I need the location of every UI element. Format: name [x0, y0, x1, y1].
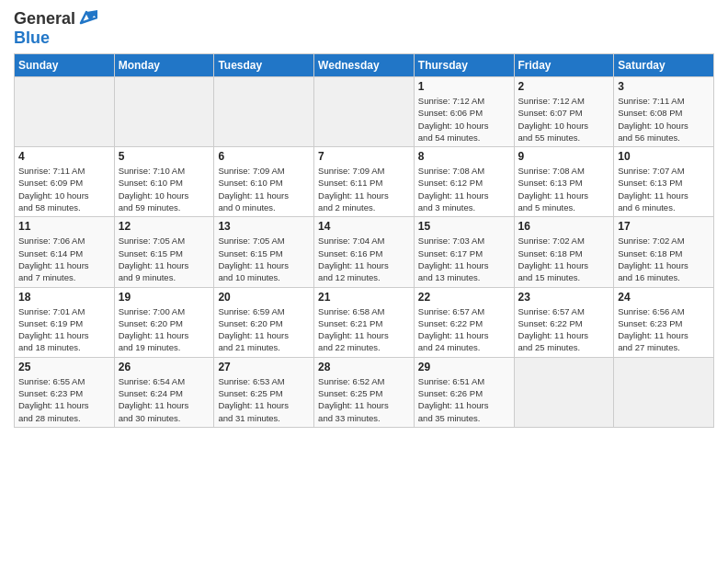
day-info: Sunrise: 7:08 AM Sunset: 6:12 PM Dayligh… — [418, 165, 510, 213]
day-info: Sunrise: 6:51 AM Sunset: 6:26 PM Dayligh… — [418, 375, 510, 424]
day-info: Sunrise: 6:57 AM Sunset: 6:22 PM Dayligh… — [418, 305, 510, 354]
calendar-cell: 6Sunrise: 7:09 AM Sunset: 6:10 PM Daylig… — [214, 147, 314, 217]
day-info: Sunrise: 6:52 AM Sunset: 6:25 PM Dayligh… — [318, 375, 410, 424]
day-number: 23 — [518, 291, 610, 304]
day-info: Sunrise: 7:05 AM Sunset: 6:15 PM Dayligh… — [218, 235, 310, 283]
day-header-saturday: Saturday — [614, 54, 714, 77]
day-number: 17 — [618, 220, 710, 233]
calendar-cell — [15, 77, 115, 147]
calendar-cell: 24Sunrise: 6:56 AM Sunset: 6:23 PM Dayli… — [614, 287, 714, 357]
day-number: 4 — [18, 150, 110, 163]
day-number: 28 — [318, 361, 410, 373]
calendar-cell: 13Sunrise: 7:05 AM Sunset: 6:15 PM Dayli… — [214, 217, 314, 287]
calendar-cell — [514, 357, 614, 427]
calendar-week-row: 4Sunrise: 7:11 AM Sunset: 6:09 PM Daylig… — [15, 147, 714, 217]
day-number: 12 — [119, 220, 210, 233]
day-number: 22 — [418, 291, 510, 304]
day-header-sunday: Sunday — [15, 54, 115, 77]
day-number: 2 — [518, 80, 610, 93]
day-info: Sunrise: 6:54 AM Sunset: 6:24 PM Dayligh… — [119, 375, 210, 424]
day-number: 26 — [119, 361, 210, 373]
calendar-cell: 26Sunrise: 6:54 AM Sunset: 6:24 PM Dayli… — [114, 357, 214, 427]
day-info: Sunrise: 7:00 AM Sunset: 6:20 PM Dayligh… — [119, 305, 210, 354]
day-info: Sunrise: 6:53 AM Sunset: 6:25 PM Dayligh… — [218, 375, 310, 424]
day-number: 15 — [418, 220, 510, 233]
calendar-cell: 29Sunrise: 6:51 AM Sunset: 6:26 PM Dayli… — [414, 357, 514, 427]
day-info: Sunrise: 6:59 AM Sunset: 6:20 PM Dayligh… — [218, 305, 310, 354]
calendar-cell: 19Sunrise: 7:00 AM Sunset: 6:20 PM Dayli… — [114, 287, 214, 357]
day-number: 3 — [618, 80, 710, 93]
calendar-cell: 9Sunrise: 7:08 AM Sunset: 6:13 PM Daylig… — [514, 147, 614, 217]
calendar-week-row: 18Sunrise: 7:01 AM Sunset: 6:19 PM Dayli… — [15, 287, 714, 357]
day-number: 11 — [18, 220, 110, 233]
calendar-cell: 18Sunrise: 7:01 AM Sunset: 6:19 PM Dayli… — [15, 287, 115, 357]
day-info: Sunrise: 7:07 AM Sunset: 6:13 PM Dayligh… — [618, 165, 710, 213]
day-number: 6 — [218, 150, 310, 163]
calendar-cell: 8Sunrise: 7:08 AM Sunset: 6:12 PM Daylig… — [414, 147, 514, 217]
calendar-cell — [114, 77, 214, 147]
day-info: Sunrise: 6:57 AM Sunset: 6:22 PM Dayligh… — [518, 305, 610, 354]
day-number: 29 — [418, 361, 510, 373]
day-info: Sunrise: 6:58 AM Sunset: 6:21 PM Dayligh… — [318, 305, 410, 354]
logo-blue-text: Blue — [14, 29, 50, 47]
calendar-cell: 20Sunrise: 6:59 AM Sunset: 6:20 PM Dayli… — [214, 287, 314, 357]
day-info: Sunrise: 7:09 AM Sunset: 6:11 PM Dayligh… — [318, 165, 410, 213]
day-info: Sunrise: 6:55 AM Sunset: 6:23 PM Dayligh… — [18, 375, 110, 424]
logo: General Blue — [14, 9, 97, 48]
day-info: Sunrise: 7:08 AM Sunset: 6:13 PM Dayligh… — [518, 165, 610, 213]
day-header-thursday: Thursday — [414, 54, 514, 77]
day-number: 27 — [218, 361, 310, 373]
day-number: 24 — [618, 291, 710, 304]
calendar-cell: 7Sunrise: 7:09 AM Sunset: 6:11 PM Daylig… — [314, 147, 415, 217]
calendar-header-row: SundayMondayTuesdayWednesdayThursdayFrid… — [15, 54, 714, 77]
day-info: Sunrise: 7:11 AM Sunset: 6:09 PM Dayligh… — [18, 165, 110, 213]
day-info: Sunrise: 7:06 AM Sunset: 6:14 PM Dayligh… — [18, 235, 110, 283]
day-number: 20 — [218, 291, 310, 304]
day-info: Sunrise: 6:56 AM Sunset: 6:23 PM Dayligh… — [618, 305, 710, 354]
day-number: 8 — [418, 150, 510, 163]
calendar-cell: 27Sunrise: 6:53 AM Sunset: 6:25 PM Dayli… — [214, 357, 314, 427]
calendar-cell: 23Sunrise: 6:57 AM Sunset: 6:22 PM Dayli… — [514, 287, 614, 357]
calendar-cell: 3Sunrise: 7:11 AM Sunset: 6:08 PM Daylig… — [614, 77, 714, 147]
day-number: 14 — [318, 220, 410, 233]
calendar-cell: 12Sunrise: 7:05 AM Sunset: 6:15 PM Dayli… — [114, 217, 214, 287]
calendar-cell: 17Sunrise: 7:02 AM Sunset: 6:18 PM Dayli… — [614, 217, 714, 287]
calendar-cell: 2Sunrise: 7:12 AM Sunset: 6:07 PM Daylig… — [514, 77, 614, 147]
calendar-cell: 15Sunrise: 7:03 AM Sunset: 6:17 PM Dayli… — [414, 217, 514, 287]
day-number: 10 — [618, 150, 710, 163]
calendar-week-row: 1Sunrise: 7:12 AM Sunset: 6:06 PM Daylig… — [15, 77, 714, 147]
day-header-tuesday: Tuesday — [214, 54, 314, 77]
calendar-cell: 10Sunrise: 7:07 AM Sunset: 6:13 PM Dayli… — [614, 147, 714, 217]
calendar-cell — [614, 357, 714, 427]
calendar-cell: 4Sunrise: 7:11 AM Sunset: 6:09 PM Daylig… — [15, 147, 115, 217]
day-info: Sunrise: 7:02 AM Sunset: 6:18 PM Dayligh… — [618, 235, 710, 283]
day-info: Sunrise: 7:04 AM Sunset: 6:16 PM Dayligh… — [318, 235, 410, 283]
day-header-monday: Monday — [114, 54, 214, 77]
day-info: Sunrise: 7:10 AM Sunset: 6:10 PM Dayligh… — [119, 165, 210, 213]
day-info: Sunrise: 7:05 AM Sunset: 6:15 PM Dayligh… — [119, 235, 210, 283]
calendar-cell: 11Sunrise: 7:06 AM Sunset: 6:14 PM Dayli… — [15, 217, 115, 287]
calendar-cell — [214, 77, 314, 147]
day-info: Sunrise: 7:11 AM Sunset: 6:08 PM Dayligh… — [618, 95, 710, 144]
day-info: Sunrise: 7:09 AM Sunset: 6:10 PM Dayligh… — [218, 165, 310, 213]
calendar-cell: 16Sunrise: 7:02 AM Sunset: 6:18 PM Dayli… — [514, 217, 614, 287]
calendar-cell: 14Sunrise: 7:04 AM Sunset: 6:16 PM Dayli… — [314, 217, 415, 287]
logo-bird-icon — [77, 10, 97, 27]
day-header-wednesday: Wednesday — [314, 54, 415, 77]
calendar-cell: 25Sunrise: 6:55 AM Sunset: 6:23 PM Dayli… — [15, 357, 115, 427]
calendar-cell: 5Sunrise: 7:10 AM Sunset: 6:10 PM Daylig… — [114, 147, 214, 217]
calendar-cell: 22Sunrise: 6:57 AM Sunset: 6:22 PM Dayli… — [414, 287, 514, 357]
calendar-cell: 1Sunrise: 7:12 AM Sunset: 6:06 PM Daylig… — [414, 77, 514, 147]
day-info: Sunrise: 7:12 AM Sunset: 6:06 PM Dayligh… — [418, 95, 510, 144]
day-info: Sunrise: 7:03 AM Sunset: 6:17 PM Dayligh… — [418, 235, 510, 283]
day-number: 7 — [318, 150, 410, 163]
day-number: 19 — [119, 291, 210, 304]
calendar-cell: 21Sunrise: 6:58 AM Sunset: 6:21 PM Dayli… — [314, 287, 415, 357]
calendar-table: SundayMondayTuesdayWednesdayThursdayFrid… — [14, 53, 714, 428]
day-number: 16 — [518, 220, 610, 233]
logo-general: General — [14, 9, 75, 29]
day-info: Sunrise: 7:12 AM Sunset: 6:07 PM Dayligh… — [518, 95, 610, 144]
calendar-week-row: 11Sunrise: 7:06 AM Sunset: 6:14 PM Dayli… — [15, 217, 714, 287]
calendar-cell — [314, 77, 415, 147]
day-info: Sunrise: 7:02 AM Sunset: 6:18 PM Dayligh… — [518, 235, 610, 283]
